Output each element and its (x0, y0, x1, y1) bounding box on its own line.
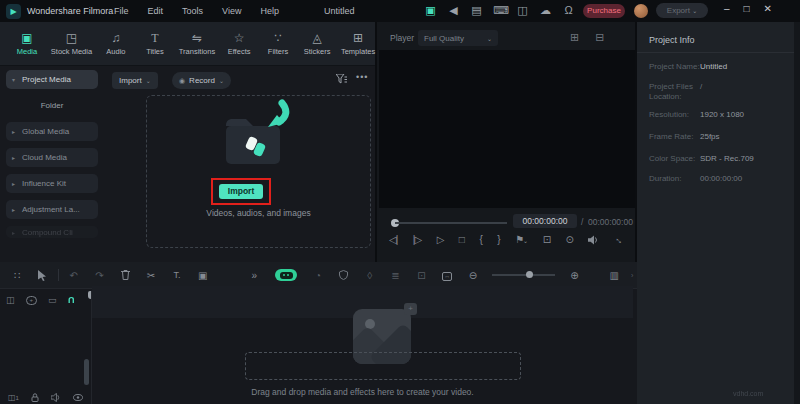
keyboard-shortcuts-icon[interactable]: ⌨ (493, 4, 506, 17)
snapshot-camera-icon[interactable]: ⊙ (566, 234, 573, 245)
sidebar-item-cloud-media[interactable]: ▸ Cloud Media (6, 148, 98, 167)
timeline-scrollbar[interactable] (84, 359, 89, 385)
menu-file[interactable]: File (114, 6, 129, 16)
more-tools-icon[interactable]: » (241, 270, 267, 281)
step-back-icon[interactable]: ◁| (389, 234, 397, 245)
mute-track-icon[interactable] (51, 393, 61, 402)
tab-stickers[interactable]: ◬ Stickers (302, 32, 332, 56)
tab-stock-media[interactable]: ◳ Stock Media (51, 32, 92, 56)
cloud-backup-icon[interactable]: ☁ (539, 4, 552, 17)
sidebar-item-adjustment-layer[interactable]: ▸ Adjustment La... (6, 200, 98, 219)
menu-edit[interactable]: Edit (148, 6, 164, 16)
add-track-icon[interactable]: + (26, 296, 38, 305)
hide-track-icon[interactable] (73, 394, 83, 401)
tab-audio[interactable]: ♫ Audio (101, 32, 131, 56)
zoom-out-icon[interactable]: ⊖ (460, 270, 486, 281)
timeline-drop-zone[interactable] (245, 352, 521, 380)
gift-icon[interactable]: ▣ (424, 4, 437, 17)
sidebar-item-folder[interactable]: Folder (6, 96, 98, 115)
field-label: Project Name: (649, 62, 701, 72)
crop-icon[interactable]: ▣ (190, 270, 216, 281)
track-header-tools: ◫ + ▭ U (6, 295, 74, 305)
sidebar-item-global-media[interactable]: ▸ Global Media (6, 122, 98, 141)
tab-filters[interactable]: ∵ Filters (263, 32, 293, 56)
delete-icon[interactable] (112, 270, 138, 280)
display-device-icon[interactable]: ⊡ (543, 234, 550, 245)
zoom-slider-handle[interactable] (526, 271, 533, 278)
quality-dropdown[interactable]: Full Quality ⌄ (418, 30, 498, 46)
track-thumbnail-icon[interactable]: ◫1 (8, 393, 19, 402)
undo-icon[interactable]: ↶ (61, 270, 87, 281)
maximize-button[interactable]: □ (744, 3, 750, 14)
timeline-zoom-slider[interactable] (492, 274, 556, 276)
import-dropdown[interactable]: Import ⌄ (112, 72, 158, 89)
chevron-down-icon: ▾ (12, 76, 15, 83)
keyboard-mini-icon[interactable]: ▭ (48, 295, 57, 305)
menu-view[interactable]: View (222, 6, 241, 16)
export-button[interactable]: Export ⌄ (656, 3, 708, 18)
tab-media[interactable]: ▣ Media (12, 32, 42, 56)
timeline-section: ∷ ↶ ↷ ✂ T. ▣ » ◔ ◊ ≣ ⊡ ↔ ⊖ (0, 262, 637, 404)
multi-view-icon[interactable]: ⊞ (570, 31, 579, 44)
tab-titles[interactable]: T Titles (140, 32, 170, 56)
fit-timeline-icon[interactable]: ↔ (434, 269, 460, 281)
play-icon[interactable]: ▷ (437, 234, 444, 245)
lock-track-icon[interactable] (31, 393, 39, 402)
more-options-button[interactable]: ••• (356, 72, 368, 82)
placeholder-plus-badge: + (404, 303, 417, 315)
marker-flag-icon[interactable]: ⚑⌄ (515, 234, 527, 245)
track-manager-icon[interactable]: ▥ (601, 270, 627, 281)
chevron-right-icon: ▸ (12, 128, 15, 135)
user-avatar[interactable] (634, 4, 648, 18)
expand-fullscreen-icon[interactable]: ↔ (613, 232, 628, 247)
tab-transitions[interactable]: ⇋ Transitions (179, 32, 215, 56)
paste-clip-icon[interactable]: ◫ (6, 295, 15, 305)
sidebar-item-influence-kit[interactable]: ▸ Influence Kit (6, 174, 98, 193)
stop-icon[interactable]: □ (459, 234, 464, 245)
save-icon[interactable]: ◫ (516, 4, 529, 17)
redo-icon[interactable]: ↷ (86, 270, 112, 281)
field-label: Frame Rate: (649, 132, 701, 142)
denoise-icon[interactable]: ◊ (357, 270, 383, 281)
step-forward-icon[interactable]: |▷ (413, 234, 421, 245)
text-tool-icon[interactable]: T. (164, 270, 190, 280)
sidebar-item-project-media[interactable]: ▾ Project Media (6, 70, 98, 89)
minimize-button[interactable]: – (724, 3, 730, 14)
megaphone-icon[interactable]: ◀ (447, 4, 460, 17)
sidebar-item-compound-clip[interactable]: ▸ Compound Cli (6, 226, 98, 238)
volume-icon[interactable] (588, 235, 599, 245)
tab-effects[interactable]: ☆ Effects (224, 32, 254, 56)
sidebar-item-label: Cloud Media (22, 153, 67, 162)
select-tool-icon[interactable] (30, 270, 56, 281)
mark-out-icon[interactable]: } (497, 234, 499, 245)
split-scissors-icon[interactable]: ✂ (138, 270, 164, 281)
scopes-icon[interactable]: ⊟ (595, 31, 604, 44)
mark-in-icon[interactable]: { (479, 234, 481, 245)
media-panel-toggle-icon[interactable]: ∷ (4, 270, 30, 281)
release-notes-icon[interactable]: ▤ (470, 4, 483, 17)
purchase-button[interactable]: Purchase (583, 4, 625, 18)
toolbar-caret-icon[interactable]: › (627, 272, 637, 279)
magnet-snap-icon[interactable]: U (68, 295, 75, 305)
shield-icon[interactable] (331, 270, 357, 280)
video-preview[interactable] (379, 50, 635, 208)
render-preview-icon[interactable]: ≣ (383, 270, 409, 281)
tab-templates[interactable]: ⊞ Templates (341, 32, 375, 56)
support-headset-icon[interactable]: Ω (562, 4, 575, 17)
scrubber-track[interactable] (395, 222, 507, 224)
menu-tools[interactable]: Tools (182, 6, 203, 16)
app-name: Wondershare Filmora (27, 6, 113, 16)
menu-help[interactable]: Help (260, 6, 279, 16)
speed-icon[interactable]: ◔ (305, 270, 331, 281)
current-timecode[interactable]: 00:00:00:00 (513, 214, 577, 228)
close-button[interactable]: ✕ (764, 3, 772, 14)
ai-copilot-icon[interactable] (275, 269, 297, 281)
titlebar-action-icons: ▣ ◀ ▤ ⌨ ◫ ☁ Ω ∷ (424, 4, 598, 17)
zoom-in-icon[interactable]: ⊕ (561, 270, 587, 281)
field-label: Project Files Location: (649, 82, 701, 102)
record-dropdown[interactable]: ◉ Record ⌄ (172, 72, 231, 89)
screen-record-icon[interactable]: ⊡ (408, 270, 434, 281)
filter-icon[interactable] (336, 74, 347, 84)
filmora-window: ▶ Wondershare Filmora File Edit Tools Vi… (0, 0, 800, 404)
project-info-title: Project Info (649, 35, 695, 45)
